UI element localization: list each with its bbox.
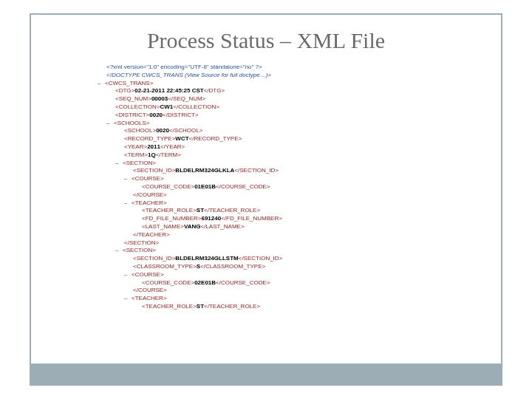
course-code-open: <COURSE_CODE> [142, 183, 194, 190]
section-id-value-2: BLDELRM324GLLSTM [175, 255, 238, 262]
fd-file-number-close: </FD_FILE_NUMBER> [221, 215, 282, 222]
course-code-close-2: </COURSE_CODE> [216, 279, 270, 286]
xml-declaration: <?xml version="1.0" encoding="UTF-8" sta… [106, 64, 262, 70]
slide-frame: Process Status – XML File <?xml version=… [30, 13, 502, 386]
year-value: 2011 [147, 143, 160, 150]
seq-value: 00003 [151, 95, 168, 102]
course-open-2: <COURSE> [132, 271, 164, 278]
district-open: <DISTRICT> [115, 112, 149, 118]
course-close-2: </COURSE> [133, 287, 167, 293]
teacher-role-value-2: ST [197, 303, 204, 310]
toggle-icon: – [115, 247, 123, 255]
course-code-value-2: 02E01B [194, 279, 216, 286]
classroom-type-open: <CLASSROOM_TYPE> [133, 263, 197, 270]
cwcs-trans-open: <CWCS_TRANS> [105, 80, 153, 86]
dtg-value: 02-21-2011 22:45:25 CST [134, 87, 203, 94]
toggle-icon: – [124, 200, 132, 208]
course-code-value: 01E01B [194, 183, 216, 190]
toggle-icon: – [98, 80, 105, 88]
last-name-close: </LAST_NAME> [200, 223, 244, 230]
teacher-open: <TEACHER> [132, 200, 167, 206]
classroom-type-close: </CLASSROOM_TYPE> [200, 263, 265, 270]
toggle-icon: – [106, 120, 114, 128]
fd-file-number-value: 691240 [201, 215, 221, 222]
last-name-value: VANG [184, 223, 201, 230]
teacher-role-close: </TEACHER_ROLE> [204, 207, 260, 214]
section-open: <SECTION> [123, 160, 156, 166]
section-id-value: BLDELRM324GLKLA [175, 167, 234, 174]
dtg-close: </DTG> [204, 87, 225, 94]
section-open-2: <SECTION> [123, 247, 156, 253]
school-close: </SCHOOL> [169, 127, 202, 134]
teacher-role-open: <TEACHER_ROLE> [142, 207, 197, 214]
term-close: </TERM> [156, 151, 181, 158]
year-close: </YEAR> [160, 143, 185, 150]
record-type-close: </RECORD_TYPE> [189, 135, 242, 142]
xml-content: <?xml version="1.0" encoding="UTF-8" sta… [98, 64, 479, 311]
section-close: </SECTION> [124, 239, 159, 246]
dtg-open: <DTG> [115, 87, 134, 94]
record-type-value: WCT [175, 135, 188, 142]
district-value: 0020 [149, 112, 163, 118]
term-value: 1Q [148, 151, 156, 158]
record-type-open: <RECORD_TYPE> [124, 135, 175, 142]
school-value: 0020 [156, 127, 169, 134]
course-code-open-2: <COURSE_CODE> [142, 279, 194, 286]
toggle-icon: – [124, 295, 132, 303]
course-close: </COURSE> [133, 191, 167, 198]
footer-bar [30, 364, 502, 386]
section-id-open: <SECTION_ID> [133, 167, 175, 174]
seq-close: </SEQ_NUM> [168, 95, 205, 102]
toggle-icon: – [115, 160, 123, 168]
section-id-close: </SECTION_ID> [234, 167, 279, 174]
year-open: <YEAR> [124, 143, 147, 150]
collection-value: CW1 [160, 103, 173, 110]
teacher-close: </TEACHER> [133, 231, 170, 238]
page-title: Process Status – XML File [53, 28, 479, 53]
slide: Process Status – XML File <?xml version=… [0, 0, 532, 399]
last-name-open: <LAST_NAME> [142, 223, 184, 230]
course-code-close: </COURSE_CODE> [216, 183, 270, 190]
teacher-role-close-2: </TEACHER_ROLE> [204, 303, 260, 310]
schools-open: <SCHOOLS> [114, 120, 149, 126]
teacher-role-value: ST [197, 207, 204, 214]
toggle-icon: – [124, 271, 132, 279]
xml-doctype: <!DOCTYPE CWCS_TRANS (View Source for fu… [106, 72, 271, 78]
term-open: <TERM> [124, 151, 148, 158]
toggle-icon: – [124, 175, 132, 183]
teacher-open-2: <TEACHER> [132, 295, 167, 301]
seq-open: <SEQ_NUM> [115, 95, 151, 102]
section-id-close-2: </SECTION_ID> [239, 255, 283, 262]
district-close: </DISTRICT> [163, 112, 198, 118]
teacher-role-open-2: <TEACHER_ROLE> [142, 303, 197, 310]
fd-file-number-open: <FD_FILE_NUMBER> [142, 215, 201, 222]
collection-open: <COLLECTION> [115, 103, 160, 110]
school-open: <SCHOOL> [124, 127, 156, 134]
section-id-open-2: <SECTION_ID> [133, 255, 175, 262]
course-open: <COURSE> [132, 175, 164, 182]
collection-close: </COLLECTION> [173, 103, 219, 110]
